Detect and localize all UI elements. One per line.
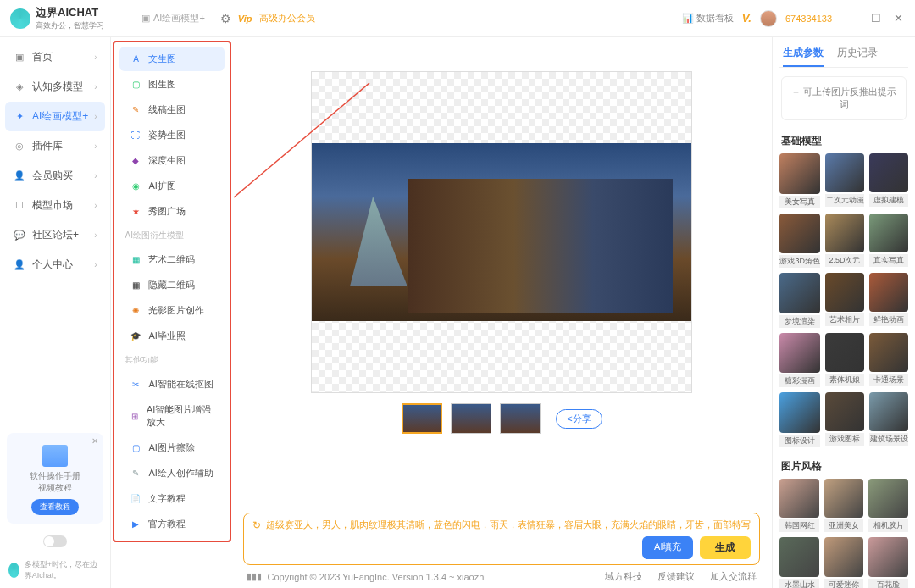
nav-icon: ◈ <box>14 81 25 93</box>
submenu-item[interactable]: 🎓AI毕业照 <box>119 324 225 348</box>
submenu-item[interactable]: ✎AI绘人创作辅助 <box>119 461 225 485</box>
nav-item-7[interactable]: 👤个人中心› <box>5 250 105 280</box>
thumbnail-1[interactable] <box>402 403 442 434</box>
style-thumb <box>868 537 908 577</box>
promo-close-icon[interactable]: ✕ <box>92 436 98 446</box>
nav-icon: 👤 <box>14 170 25 182</box>
chevron-right-icon: › <box>94 141 97 151</box>
data-board-link[interactable]: 📊 数据看板 <box>682 12 734 25</box>
user-avatar[interactable] <box>760 10 777 27</box>
style-label: 相机胶片 <box>868 519 908 532</box>
vip-icon[interactable]: V. <box>742 12 751 25</box>
model-label: 2.5D次元 <box>825 254 864 267</box>
thumbnail-2[interactable] <box>451 403 491 434</box>
submenu-item[interactable]: ✎线稿生图 <box>119 97 225 122</box>
model-card[interactable]: 游戏3D角色 <box>779 214 820 269</box>
submenu-icon: ▢ <box>130 79 141 91</box>
submenu-item[interactable]: ⊞AI智能图片增强放大 <box>119 397 225 435</box>
submenu-icon: ✂ <box>130 379 141 391</box>
submenu-item[interactable]: 📄文字教程 <box>119 486 225 511</box>
model-card[interactable]: 二次元动漫 <box>825 153 864 208</box>
footer-link[interactable]: 域方科技 <box>605 570 642 583</box>
submenu-item[interactable]: ▢图生图 <box>119 72 225 97</box>
model-card[interactable]: 糖彩漫画 <box>779 333 820 388</box>
model-thumb <box>825 273 864 312</box>
model-card[interactable]: 游戏图标 <box>825 392 864 447</box>
submenu-item[interactable]: ✂AI智能在线抠图 <box>119 372 225 397</box>
nav-item-3[interactable]: ◎插件库› <box>5 131 105 161</box>
style-label: 水墨山水 <box>779 579 819 588</box>
generated-image[interactable] <box>312 143 691 321</box>
app-subtitle: 高效办公，智慧学习 <box>36 20 104 31</box>
nav-item-5[interactable]: ☐模型市场› <box>5 191 105 220</box>
generate-button[interactable]: 生成 <box>700 536 751 559</box>
promo-button[interactable]: 查看教程 <box>31 499 79 515</box>
submenu-icon: ✎ <box>130 104 141 116</box>
share-button[interactable]: <分享 <box>556 409 602 429</box>
model-card[interactable]: 艺术相片 <box>825 273 864 328</box>
model-card[interactable]: 真实写真 <box>869 214 908 269</box>
submenu-item[interactable]: ▦艺术二维码 <box>119 247 225 272</box>
submenu-item[interactable]: ◉AI扩图 <box>119 174 225 198</box>
footer-link[interactable]: 加入交流群 <box>710 570 757 583</box>
submenu-item[interactable]: ◆深度生图 <box>119 148 225 173</box>
minimize-button[interactable]: — <box>847 12 861 25</box>
nav-item-6[interactable]: 💬社区论坛+› <box>5 220 105 250</box>
thumbnail-row: <分享 <box>402 403 602 434</box>
style-card[interactable]: 可爱迷你 <box>824 537 864 588</box>
model-card[interactable]: 图标设计 <box>779 392 820 447</box>
right-tabs: 生成参数 历史记录 <box>779 42 908 68</box>
model-thumb <box>825 214 864 252</box>
submenu-icon: ◉ <box>130 180 141 192</box>
model-thumb <box>869 333 908 372</box>
nav-item-2[interactable]: ✦AI绘画模型+› <box>5 102 105 131</box>
model-card[interactable]: 美女写真 <box>779 153 820 208</box>
style-thumb <box>779 479 819 519</box>
thumbnail-3[interactable] <box>500 403 541 434</box>
close-button[interactable]: ✕ <box>891 12 905 25</box>
maximize-button[interactable]: ☐ <box>869 12 883 25</box>
nav-item-0[interactable]: ▣首页› <box>5 42 105 72</box>
style-card[interactable]: 百花脸 <box>868 537 908 588</box>
nav-icon: ▣ <box>14 52 25 64</box>
nav-item-1[interactable]: ◈认知多模型+› <box>5 72 105 102</box>
model-card[interactable]: 素体机娘 <box>825 333 864 388</box>
submenu-item[interactable]: ▦隐藏二维码 <box>119 273 225 297</box>
premium-link[interactable]: 高级办公会员 <box>259 12 315 25</box>
theme-toggle[interactable] <box>43 535 67 547</box>
style-card[interactable]: 亚洲美女 <box>824 479 864 533</box>
style-card[interactable]: 水墨山水 <box>779 537 819 588</box>
submenu-icon: A <box>130 53 141 65</box>
submenu-item[interactable]: ⛶姿势生图 <box>119 123 225 147</box>
footer-bar: ▮▮▮ Copyright © 2023 YuFangInc. Version … <box>243 565 760 585</box>
model-card[interactable]: 建筑场景设 <box>869 392 908 447</box>
chevron-right-icon: › <box>94 53 97 62</box>
tab-history[interactable]: 历史记录 <box>837 46 878 67</box>
submenu-item[interactable]: ★秀图广场 <box>119 199 225 224</box>
submenu-item[interactable]: ▢AI图片擦除 <box>119 435 225 460</box>
nav-item-4[interactable]: 👤会员购买› <box>5 161 105 191</box>
style-card[interactable]: 相机胶片 <box>868 479 908 533</box>
submenu-item[interactable]: ▶官方教程 <box>119 512 225 536</box>
submenu-item[interactable]: ✺光影图片创作 <box>119 298 225 323</box>
model-card[interactable]: 虚拟建模 <box>869 153 908 208</box>
prompt-sample-text[interactable]: 超级赛亚人，男人，肌肉纹理极其清晰，蓝色的闪电，雨天，表情狂暴，容眉大眼，充满火… <box>266 519 751 531</box>
model-card[interactable]: 鲜艳动画 <box>869 273 908 328</box>
vip-badge[interactable]: Vip <box>238 14 252 24</box>
model-thumb <box>779 273 820 313</box>
refresh-icon[interactable]: ↻ <box>252 519 261 531</box>
ai-fill-button[interactable]: AI填充 <box>642 536 693 559</box>
model-card[interactable]: 梦境渲染 <box>779 273 820 328</box>
model-card[interactable]: 卡通场景 <box>869 333 908 388</box>
footer-link[interactable]: 反馈建议 <box>657 570 695 583</box>
model-thumb <box>779 214 820 254</box>
settings-icon[interactable]: ⚙ <box>220 12 231 25</box>
style-thumb <box>868 479 908 519</box>
user-id[interactable]: 674334133 <box>785 14 832 24</box>
style-card[interactable]: 韩国网红 <box>779 479 819 533</box>
titlebar: 边界AICHAT 高效办公，智慧学习 ▣ AI绘画模型+ ⚙ Vip 高级办公会… <box>0 0 915 37</box>
tab-gen-params[interactable]: 生成参数 <box>783 46 824 67</box>
submenu-item[interactable]: A文生图 <box>119 47 225 71</box>
upload-reverse-prompt[interactable]: ＋ 可上传图片反推出提示词 <box>781 76 907 120</box>
model-card[interactable]: 2.5D次元 <box>825 214 864 269</box>
